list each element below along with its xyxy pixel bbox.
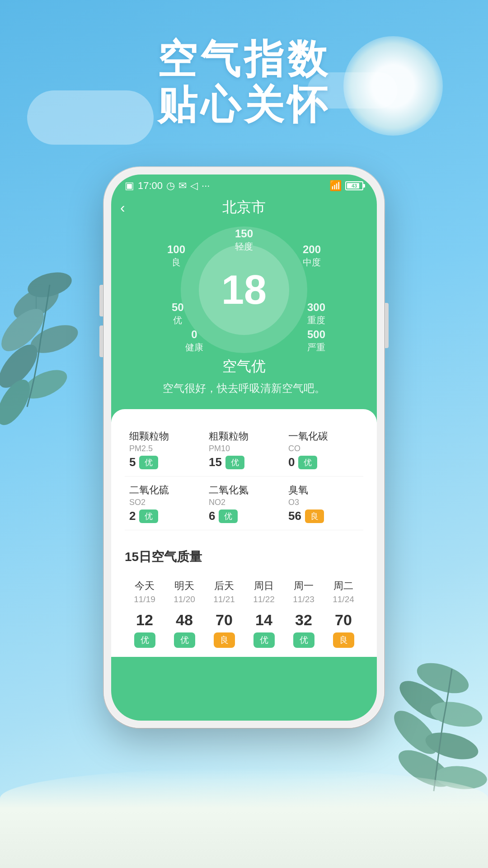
- forecast-badge: 优: [174, 632, 195, 648]
- status-time: 17:00: [138, 180, 163, 192]
- battery-icon: 43: [345, 181, 363, 190]
- pollutants-grid: 细颗粒物 PM2.5 5 优 粗颗粒物 PM10 15 优 一氧化碳 CO 0 …: [125, 423, 363, 530]
- back-button[interactable]: ‹: [120, 199, 125, 216]
- pollutant-sub: SO2: [129, 498, 200, 507]
- forecast-value: 70: [326, 611, 361, 629]
- forecast-value: 70: [206, 611, 242, 629]
- pollutant-item: 臭氧 O3 56 良: [284, 476, 363, 530]
- status-right: 📶 43: [329, 180, 363, 192]
- vol-down-button: [99, 326, 103, 357]
- forecast-value: 32: [286, 611, 321, 629]
- forecast-badge: 良: [214, 632, 235, 648]
- wifi-icon: 📶: [329, 180, 342, 192]
- pollutant-item: 二氧化硫 SO2 2 优: [125, 476, 204, 530]
- main-title: 空气指数 贴心关怀: [0, 36, 488, 127]
- status-bar: ▣ 17:00 ◷ ✉ ◁ ··· 📶 43: [111, 175, 377, 195]
- clock-icon: ◷: [166, 180, 175, 192]
- pollutant-sub: NO2: [209, 498, 279, 507]
- pollutant-badge: 优: [139, 456, 158, 469]
- pollutant-sub: PM2.5: [129, 444, 200, 453]
- forecast-day: 周二 11/24 70 良: [324, 575, 363, 652]
- pollutant-sub: CO: [288, 444, 359, 453]
- mail-icon: ✉: [178, 180, 187, 192]
- pollutant-value: 15: [209, 455, 222, 469]
- pollutant-row: 6 优: [209, 509, 279, 523]
- pollutant-row: 5 优: [129, 455, 200, 469]
- scale-300: 300 重度: [307, 300, 325, 326]
- aqi-description: 空气很好，快去呼吸清新空气吧。: [163, 381, 325, 396]
- forecast-date: 11/20: [167, 594, 202, 604]
- more-icon: ···: [202, 180, 210, 192]
- gauge-area: 150 轻度 100 良 200 中度 50 优: [111, 222, 377, 405]
- pollutant-row: 0 优: [288, 455, 359, 469]
- gauge-outer-circle: 18: [181, 226, 307, 353]
- forecast-date: 11/21: [206, 594, 242, 604]
- status-left: ▣ 17:00 ◷ ✉ ◁ ···: [125, 180, 210, 192]
- pollutant-value: 5: [129, 455, 136, 469]
- pollutant-row: 15 优: [209, 455, 279, 469]
- phone-mockup: ▣ 17:00 ◷ ✉ ◁ ··· 📶 43 ‹ 北京: [104, 167, 384, 728]
- forecast-badge: 良: [333, 632, 354, 648]
- pollutant-sub: O3: [288, 498, 359, 507]
- forecast-date: 11/23: [286, 594, 321, 604]
- forecast-day-name: 周日: [246, 579, 282, 593]
- scale-100: 100 良: [167, 242, 185, 268]
- forecast-day-name: 周一: [286, 579, 321, 593]
- title-line1: 空气指数: [0, 36, 488, 82]
- pollutant-name: 一氧化碳: [288, 429, 359, 443]
- top-bar: ‹ 北京市: [111, 195, 377, 222]
- pollutant-badge: 优: [219, 509, 238, 523]
- pollutant-row: 2 优: [129, 509, 200, 523]
- pollutant-item: 粗颗粒物 PM10 15 优: [204, 423, 284, 476]
- pollutant-badge: 优: [139, 509, 158, 523]
- forecast-day: 明天 11/20 48 优: [164, 575, 204, 652]
- pollutant-name: 二氧化硫: [129, 483, 200, 497]
- phone-screen: ▣ 17:00 ◷ ✉ ◁ ··· 📶 43 ‹ 北京: [111, 175, 377, 721]
- forecast-date: 11/19: [127, 594, 162, 604]
- white-card: 细颗粒物 PM2.5 5 优 粗颗粒物 PM10 15 优 一氧化碳 CO 0 …: [111, 409, 377, 657]
- forecast-date: 11/22: [246, 594, 282, 604]
- forecast-date: 11/24: [326, 594, 361, 604]
- power-button: [385, 303, 389, 348]
- forecast-day: 后天 11/21 70 良: [204, 575, 244, 652]
- ground: [0, 769, 488, 868]
- pollutant-value: 56: [288, 509, 301, 523]
- battery-level: 43: [352, 183, 357, 189]
- pollutant-badge: 优: [298, 456, 317, 469]
- volume-icon: ◁: [190, 180, 198, 192]
- scale-500: 500 严重: [307, 327, 325, 353]
- forecast-grid: 今天 11/19 12 优 明天 11/20 48 优 后天 11/21 70 …: [125, 575, 363, 652]
- pollutant-item: 细颗粒物 PM2.5 5 优: [125, 423, 204, 476]
- phone-outer: ▣ 17:00 ◷ ✉ ◁ ··· 📶 43 ‹ 北京: [104, 167, 384, 728]
- gauge-container: 150 轻度 100 良 200 中度 50 优: [158, 226, 330, 353]
- forecast-day: 今天 11/19 12 优: [125, 575, 164, 652]
- forecast-day: 周一 11/23 32 优: [284, 575, 324, 652]
- aqi-value: 18: [221, 269, 267, 310]
- forecast-day-name: 今天: [127, 579, 162, 593]
- vol-up-button: [99, 285, 103, 316]
- forecast-day-name: 明天: [167, 579, 202, 593]
- pollutant-value: 0: [288, 455, 295, 469]
- pollutant-name: 细颗粒物: [129, 429, 200, 443]
- forecast-day-name: 周二: [326, 579, 361, 593]
- forecast-title: 15日空气质量: [125, 548, 363, 566]
- pollutant-badge: 良: [305, 509, 324, 523]
- pollutant-item: 二氧化氮 NO2 6 优: [204, 476, 284, 530]
- pollutant-name: 二氧化氮: [209, 483, 279, 497]
- title-line2: 贴心关怀: [0, 82, 488, 127]
- pollutant-row: 56 良: [288, 509, 359, 523]
- forecast-section: 15日空气质量 今天 11/19 12 优 明天 11/20 48 优 后天 1…: [125, 539, 363, 657]
- forecast-day-name: 后天: [206, 579, 242, 593]
- leaves-left: [0, 249, 99, 429]
- gauge-inner-circle: 18: [199, 245, 289, 335]
- forecast-badge: 优: [253, 632, 275, 648]
- pollutant-value: 2: [129, 509, 136, 523]
- pollutant-badge: 优: [225, 456, 244, 469]
- forecast-badge: 优: [134, 632, 155, 648]
- pollutant-sub: PM10: [209, 444, 279, 453]
- aqi-quality: 空气优: [222, 357, 266, 377]
- pollutant-name: 粗颗粒物: [209, 429, 279, 443]
- pollutant-value: 6: [209, 509, 215, 523]
- scale-200: 200 中度: [303, 242, 321, 268]
- forecast-day: 周日 11/22 14 优: [244, 575, 284, 652]
